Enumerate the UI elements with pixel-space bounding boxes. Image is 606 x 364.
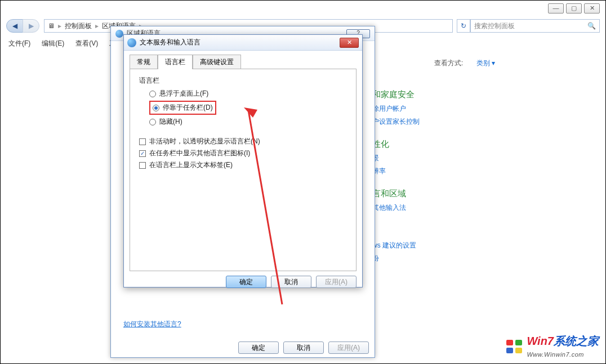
link-user-accounts[interactable]: 除用户帐户 bbox=[372, 102, 422, 115]
inner-title: 文本服务和输入语言 bbox=[140, 38, 200, 47]
watermark-brand1: Win7 bbox=[527, 335, 554, 347]
breadcrumb-1[interactable]: 控制面板 bbox=[65, 21, 92, 31]
inner-titlebar[interactable]: 文本服务和输入语言 ✕ bbox=[124, 35, 362, 51]
dialog-footer: 确定 取消 应用(A) bbox=[111, 341, 369, 354]
menu-view[interactable]: 查看(V) bbox=[73, 38, 100, 50]
forward-button[interactable]: ▶ bbox=[23, 19, 39, 33]
maximize-button[interactable]: ▢ bbox=[566, 3, 582, 14]
link-input-methods[interactable]: 其他输入法 bbox=[372, 201, 422, 214]
check-icons[interactable] bbox=[139, 150, 146, 157]
back-button[interactable]: ◀ bbox=[6, 19, 23, 33]
refresh-button[interactable]: ↻ bbox=[457, 19, 470, 33]
radio-hide[interactable] bbox=[149, 119, 156, 125]
breadcrumb-sep: ▸ bbox=[58, 22, 61, 30]
check-labels-label: 在语言栏上显示文本标签(E) bbox=[149, 160, 233, 170]
highlight-annotation: 停靠于任务栏(D) bbox=[149, 101, 216, 115]
watermark: Win7系统之家 Www.Winwin7.com bbox=[506, 334, 599, 359]
radio-float[interactable] bbox=[149, 91, 156, 97]
radio-hide-row[interactable]: 隐藏(H) bbox=[149, 117, 347, 127]
tab-general[interactable]: 常规 bbox=[130, 55, 158, 69]
control-panel-categories: 查看方式: 类别 ▾ 和家庭安全 除用户帐户 户设置家长控制 性化 景 辨率 言… bbox=[372, 57, 422, 265]
watermark-brand2: 系统之家 bbox=[554, 335, 599, 347]
tabstrip: 常规 语言栏 高级键设置 bbox=[130, 54, 362, 69]
search-icon: 🔍 bbox=[587, 22, 596, 30]
check-transparent-label: 非活动时，以透明状态显示语言栏(N) bbox=[149, 137, 260, 146]
cp-icon: 🖥 bbox=[48, 22, 55, 30]
link-recommend[interactable]: ws 建议的设置 bbox=[372, 239, 422, 252]
check-labels-row[interactable]: 在语言栏上显示文本标签(E) bbox=[139, 160, 347, 170]
close-window-button[interactable]: ✕ bbox=[584, 3, 600, 14]
menu-edit[interactable]: 编辑(E) bbox=[39, 38, 66, 50]
outer-ok-button[interactable]: 确定 bbox=[238, 341, 279, 354]
check-icons-row[interactable]: 在任务栏中显示其他语言栏图标(I) bbox=[139, 149, 347, 158]
category-security[interactable]: 和家庭安全 bbox=[372, 87, 422, 103]
check-transparent-row[interactable]: 非活动时，以透明状态显示语言栏(N) bbox=[139, 137, 347, 146]
check-labels[interactable] bbox=[139, 162, 146, 169]
menu-bar: 文件(F) 编辑(E) 查看(V) 工 bbox=[6, 38, 118, 50]
view-label: 查看方式: bbox=[434, 59, 463, 67]
radio-float-row[interactable]: 悬浮于桌面上(F) bbox=[149, 89, 347, 98]
inner-button-row: 确定 取消 应用(A) bbox=[130, 276, 357, 288]
search-box[interactable]: 搜索控制面板 🔍 bbox=[470, 19, 600, 33]
link-parental[interactable]: 户设置家长控制 bbox=[372, 115, 422, 128]
breadcrumb-sep: ▸ bbox=[95, 22, 99, 30]
inner-apply-button[interactable]: 应用(A) bbox=[316, 276, 357, 288]
radio-dock[interactable] bbox=[153, 105, 159, 111]
windows-flag-icon bbox=[506, 340, 522, 353]
install-languages-link[interactable]: 如何安装其他语言? bbox=[123, 320, 181, 329]
tab-advanced[interactable]: 高级键设置 bbox=[193, 55, 241, 69]
inner-ok-button[interactable]: 确定 bbox=[226, 276, 266, 288]
menu-file[interactable]: 文件(F) bbox=[6, 38, 33, 50]
inner-cancel-button[interactable]: 取消 bbox=[271, 276, 311, 288]
category-language[interactable]: 言和区域 bbox=[372, 186, 422, 202]
outer-apply-button[interactable]: 应用(A) bbox=[328, 341, 369, 354]
category-personalize[interactable]: 性化 bbox=[372, 136, 422, 152]
link-backup[interactable]: 份 bbox=[372, 252, 422, 265]
outer-cancel-button[interactable]: 取消 bbox=[283, 341, 324, 354]
group-language-bar: 语言栏 bbox=[139, 76, 347, 86]
globe-icon bbox=[115, 30, 123, 38]
radio-dock-label: 停靠于任务栏(D) bbox=[163, 103, 213, 113]
minimize-button[interactable]: — bbox=[548, 3, 564, 14]
radio-hide-label: 隐藏(H) bbox=[159, 117, 182, 127]
tab-panel-language-bar: 语言栏 悬浮于桌面上(F) 停靠于任务栏(D) 隐藏(H) 非活动时，以透明状态… bbox=[130, 69, 357, 271]
ime-icon bbox=[127, 38, 136, 47]
link-background[interactable]: 景 bbox=[372, 152, 422, 165]
radio-dock-row[interactable]: 停靠于任务栏(D) bbox=[149, 101, 347, 115]
search-placeholder: 搜索控制面板 bbox=[474, 21, 515, 31]
window-controls: — ▢ ✕ bbox=[548, 3, 600, 14]
text-services-dialog: 文本服务和输入语言 ✕ 常规 语言栏 高级键设置 语言栏 悬浮于桌面上(F) 停… bbox=[123, 34, 363, 287]
watermark-url: Www.Winwin7.com bbox=[527, 351, 584, 358]
tab-language-bar[interactable]: 语言栏 bbox=[158, 55, 193, 69]
check-icons-label: 在任务栏中显示其他语言栏图标(I) bbox=[149, 149, 250, 158]
link-resolution[interactable]: 辨率 bbox=[372, 165, 422, 178]
radio-float-label: 悬浮于桌面上(F) bbox=[159, 89, 208, 98]
inner-close-button[interactable]: ✕ bbox=[340, 38, 359, 48]
check-transparent[interactable] bbox=[139, 138, 146, 145]
view-category-link[interactable]: 类别 ▾ bbox=[476, 59, 495, 67]
